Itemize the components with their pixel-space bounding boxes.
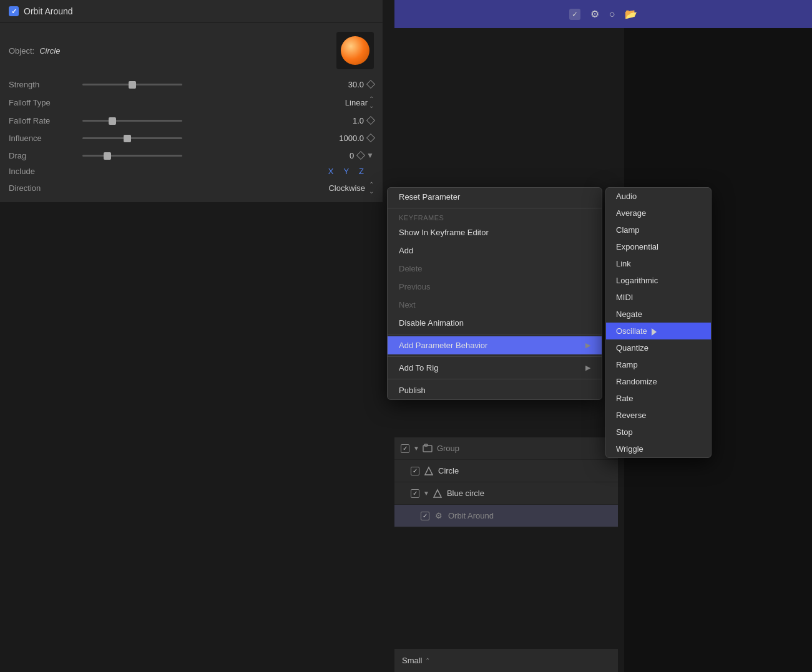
strength-thumb[interactable]: [129, 81, 136, 89]
strength-slider[interactable]: [82, 84, 325, 85]
add-param-behavior-item[interactable]: Add Parameter Behavior ▶: [388, 336, 602, 354]
drag-keyframe-icon[interactable]: [356, 151, 365, 160]
influence-label: Influence: [9, 134, 77, 143]
left-panel: Orbit Around Object: Circle Strength 30.…: [0, 0, 383, 202]
falloff-type-row: Falloff Type Linear ⌃⌄: [0, 93, 383, 112]
group-icon: [422, 443, 433, 454]
submenu-randomize[interactable]: Randomize: [606, 373, 711, 390]
falloff-rate-label: Falloff Rate: [9, 116, 77, 125]
add-to-rig-label: Add To Rig: [399, 363, 438, 373]
layer-row-circle[interactable]: Circle: [394, 460, 618, 482]
add-keyframe-item[interactable]: Add: [388, 241, 602, 260]
submenu-ramp[interactable]: Ramp: [606, 356, 711, 373]
menu-divider-3: [388, 356, 602, 357]
influence-keyframe-icon[interactable]: [366, 134, 375, 142]
falloff-type-label: Falloff Type: [9, 98, 77, 107]
submenu-logarithmic[interactable]: Logarithmic: [606, 272, 711, 289]
strength-value: 30.0: [330, 80, 364, 89]
falloff-rate-keyframe-icon[interactable]: [366, 116, 375, 125]
influence-track: [82, 137, 182, 139]
panel-header: Orbit Around: [0, 0, 383, 23]
cursor-indicator: [652, 328, 657, 336]
drag-track: [82, 155, 182, 157]
keyframes-section-label: KEYFRAMES: [388, 210, 602, 223]
drag-thumb[interactable]: [104, 152, 111, 160]
add-param-behavior-arrow: ▶: [585, 341, 590, 349]
group-checkbox[interactable]: [401, 444, 409, 453]
include-row: Include X Y Z: [0, 164, 383, 178]
circle-shape-icon: [423, 465, 434, 477]
submenu-audio[interactable]: Audio: [606, 188, 711, 205]
submenu-link[interactable]: Link: [606, 255, 711, 272]
circle-icon[interactable]: ○: [609, 9, 615, 20]
circle-preview[interactable]: [336, 32, 374, 69]
direction-value: Clockwise: [77, 183, 365, 193]
show-keyframe-editor-item[interactable]: Show In Keyframe Editor: [388, 223, 602, 241]
strength-keyframe-icon[interactable]: [366, 80, 375, 89]
layer-row-group[interactable]: ▼ Group: [394, 437, 618, 460]
drag-row: Drag 0 ▼: [0, 147, 383, 164]
falloff-type-stepper[interactable]: ⌃⌄: [369, 95, 374, 109]
menu-divider-4: [388, 379, 602, 379]
influence-thumb[interactable]: [124, 135, 131, 142]
submenu-quantize[interactable]: Quantize: [606, 339, 711, 356]
panel-title: Orbit Around: [24, 6, 73, 16]
submenu-average[interactable]: Average: [606, 205, 711, 222]
group-name: Group: [437, 444, 459, 453]
drag-expand-icon[interactable]: ▼: [366, 151, 374, 160]
falloff-rate-thumb[interactable]: [109, 117, 116, 125]
blue-circle-name: Blue circle: [447, 489, 484, 498]
submenu-reverse[interactable]: Reverse: [606, 407, 711, 424]
top-bar-check-icon: ✓: [572, 10, 578, 19]
falloff-rate-track: [82, 120, 182, 122]
object-label: Object:: [9, 46, 34, 56]
drag-label: Drag: [9, 151, 77, 160]
drag-slider[interactable]: [82, 155, 315, 157]
falloff-rate-row: Falloff Rate 1.0: [0, 112, 383, 129]
influence-slider[interactable]: [82, 137, 325, 139]
include-x[interactable]: X: [328, 167, 334, 176]
direction-stepper[interactable]: ⌃⌄: [369, 181, 374, 195]
folder-icon[interactable]: 📂: [625, 8, 637, 20]
submenu-stop[interactable]: Stop: [606, 424, 711, 441]
submenu-oscillate[interactable]: Oscillate: [606, 323, 711, 339]
circle-checkbox[interactable]: [411, 467, 419, 475]
enabled-checkbox[interactable]: [9, 6, 19, 16]
orbit-checkbox[interactable]: [421, 512, 429, 520]
group-arrow: ▼: [413, 445, 419, 452]
layer-panel: ▼ Group Circle ▼ Blue circle: [394, 437, 618, 527]
top-bar-checkbox[interactable]: ✓: [569, 9, 580, 20]
add-to-rig-item[interactable]: Add To Rig ▶: [388, 359, 602, 377]
submenu-midi[interactable]: MIDI: [606, 289, 711, 306]
falloff-rate-value: 1.0: [330, 116, 364, 125]
blue-circle-checkbox[interactable]: [411, 489, 419, 498]
include-label: Include: [9, 167, 77, 176]
falloff-rate-slider[interactable]: [82, 120, 325, 122]
submenu-exponential[interactable]: Exponential: [606, 238, 711, 255]
size-label: Small: [402, 656, 423, 665]
circle-thumbnail: [341, 36, 369, 65]
submenu-clamp[interactable]: Clamp: [606, 222, 711, 238]
gear-icon[interactable]: ⚙: [590, 8, 599, 20]
falloff-type-value: Linear: [77, 98, 368, 107]
submenu-wriggle[interactable]: Wriggle: [606, 441, 711, 457]
influence-value: 1000.0: [330, 134, 364, 143]
delete-keyframe-item: Delete: [388, 260, 602, 278]
strength-label: Strength: [9, 80, 77, 89]
publish-item[interactable]: Publish: [388, 381, 602, 399]
circle-layer-name: Circle: [438, 466, 459, 475]
layer-row-orbit-around[interactable]: ⚙ Orbit Around: [394, 505, 618, 527]
size-stepper[interactable]: ⌃: [425, 657, 430, 664]
next-keyframe-item: Next: [388, 296, 602, 314]
strength-track: [82, 84, 182, 85]
submenu-negate[interactable]: Negate: [606, 306, 711, 323]
include-y[interactable]: Y: [343, 167, 349, 176]
include-z[interactable]: Z: [359, 167, 364, 176]
object-name: Circle: [39, 46, 336, 56]
layer-row-blue-circle[interactable]: ▼ Blue circle: [394, 482, 618, 505]
reset-parameter-item[interactable]: Reset Parameter: [388, 188, 602, 206]
submenu-rate[interactable]: Rate: [606, 390, 711, 407]
disable-animation-item[interactable]: Disable Animation: [388, 314, 602, 332]
direction-row: Direction Clockwise ⌃⌄: [0, 178, 383, 197]
size-selector[interactable]: Small ⌃: [402, 656, 430, 665]
